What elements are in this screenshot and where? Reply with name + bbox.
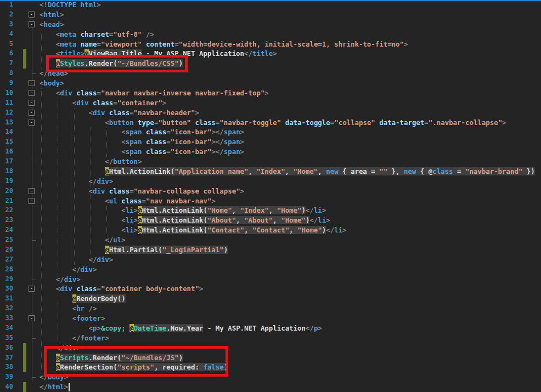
- line-number[interactable]: 20: [0, 186, 13, 196]
- code-line[interactable]: 32 <hr />: [0, 304, 541, 314]
- code-line[interactable]: 40</html>: [0, 382, 541, 392]
- code-token: DOCTYPE html: [48, 1, 97, 9]
- line-number[interactable]: 17: [0, 157, 13, 167]
- fold-toggle-icon[interactable]: -: [29, 12, 35, 18]
- code-line[interactable]: 21- <ul class="nav navbar-nav">: [0, 196, 541, 206]
- line-number[interactable]: 24: [0, 225, 13, 235]
- code-line[interactable]: 29 </div>: [0, 275, 541, 285]
- line-number[interactable]: 5: [0, 39, 13, 49]
- code-line[interactable]: 26 @Html.Partial("_LoginPartial"): [0, 245, 541, 255]
- code-line[interactable]: 25 </ul>: [0, 235, 541, 245]
- code-token: >: [134, 216, 138, 224]
- code-line[interactable]: 19 </div>: [0, 177, 541, 186]
- code-token: &copy;: [101, 324, 126, 332]
- line-number[interactable]: 13: [0, 118, 13, 128]
- code-line[interactable]: 23 <li>@Html.ActionLink("About", "About"…: [0, 215, 541, 225]
- code-token: class: [76, 285, 97, 293]
- line-number[interactable]: 25: [0, 235, 13, 245]
- fold-toggle-icon[interactable]: -: [29, 100, 35, 106]
- line-number[interactable]: 32: [0, 304, 13, 314]
- code-line[interactable]: 34 <p>&copy; @DateTime.Now.Year - My ASP…: [0, 323, 541, 333]
- fold-guide-line: [32, 353, 32, 363]
- fold-toggle-icon[interactable]: -: [29, 120, 35, 126]
- code-line[interactable]: 22 <li>@Html.ActionLink("Home", "Index",…: [0, 206, 541, 215]
- fold-toggle-icon[interactable]: -: [29, 188, 35, 194]
- line-number[interactable]: 18: [0, 167, 13, 177]
- fold-column: [28, 362, 36, 372]
- line-number[interactable]: 3: [0, 20, 13, 30]
- code-line[interactable]: 16 <span class="icon-bar"></span>: [0, 147, 541, 157]
- fold-toggle-icon[interactable]: -: [29, 90, 35, 96]
- line-number[interactable]: 37: [0, 353, 13, 363]
- line-number[interactable]: 40: [0, 382, 13, 392]
- line-number[interactable]: 31: [0, 294, 13, 304]
- line-number[interactable]: 8: [0, 69, 13, 78]
- fold-guide-line: [32, 245, 32, 255]
- line-number[interactable]: 2: [0, 10, 13, 20]
- code-line[interactable]: 1<!DOCTYPE html>: [0, 0, 541, 10]
- line-number[interactable]: 19: [0, 177, 13, 186]
- code-line[interactable]: 12- <div class="navbar-header">: [0, 108, 541, 118]
- fold-toggle-icon[interactable]: -: [29, 80, 35, 86]
- line-number[interactable]: 10: [0, 88, 13, 98]
- code-text: @Html.Partial("_LoginPartial"): [40, 245, 228, 255]
- code-line[interactable]: 15 <span class="icon-bar"></span>: [0, 137, 541, 147]
- code-line[interactable]: 14 <span class="icon-bar"></span>: [0, 127, 541, 137]
- fold-toggle-icon[interactable]: -: [29, 286, 35, 292]
- line-number[interactable]: 1: [0, 0, 13, 10]
- code-line[interactable]: 24 <li>@Html.ActionLink("Contact", "Cont…: [0, 225, 541, 235]
- change-bar: [23, 372, 26, 382]
- code-token: "Contact": [207, 226, 244, 234]
- code-line[interactable]: 35 </footer>: [0, 333, 541, 343]
- code-line[interactable]: 20- <div class="navbar-collapse collapse…: [0, 186, 541, 196]
- fold-toggle-icon[interactable]: -: [29, 110, 35, 116]
- line-number[interactable]: 26: [0, 245, 13, 255]
- code-line[interactable]: 30- <div class="container body-content">: [0, 284, 541, 294]
- line-number[interactable]: 39: [0, 372, 13, 382]
- line-number[interactable]: 11: [0, 98, 13, 108]
- line-number[interactable]: 35: [0, 333, 13, 343]
- line-number[interactable]: 27: [0, 255, 13, 265]
- code-line[interactable]: 18 @Html.ActionLink("Application name", …: [0, 167, 541, 177]
- line-number[interactable]: 16: [0, 147, 13, 157]
- code-token: </: [89, 177, 97, 185]
- code-line[interactable]: 28 </div>: [0, 265, 541, 275]
- code-line[interactable]: 33- <footer>: [0, 314, 541, 323]
- line-number[interactable]: 30: [0, 284, 13, 294]
- fold-toggle-icon[interactable]: -: [29, 198, 35, 204]
- line-number[interactable]: 28: [0, 265, 13, 275]
- line-number[interactable]: 36: [0, 343, 13, 353]
- code-line[interactable]: 5 <meta name="viewport" content="width=d…: [0, 39, 541, 49]
- line-number[interactable]: 15: [0, 137, 13, 147]
- line-number[interactable]: 21: [0, 196, 13, 206]
- code-line[interactable]: 3-<head>: [0, 20, 541, 30]
- fold-toggle-icon[interactable]: -: [29, 315, 35, 321]
- code-line[interactable]: 9-<body>: [0, 78, 541, 88]
- code-token: div: [60, 285, 72, 293]
- code-line[interactable]: 17 </button>: [0, 157, 541, 167]
- line-number[interactable]: 22: [0, 206, 13, 215]
- code-line[interactable]: 2-<html>: [0, 10, 541, 20]
- line-number[interactable]: 7: [0, 59, 13, 69]
- line-number[interactable]: 4: [0, 30, 13, 39]
- code-line[interactable]: 10- <div class="navbar navbar-inverse na…: [0, 88, 541, 98]
- code-line[interactable]: 4 <meta charset="utf-8" />: [0, 30, 541, 39]
- code-line[interactable]: 13- <button type="button" class="navbar-…: [0, 118, 541, 128]
- line-number[interactable]: 6: [0, 49, 13, 59]
- code-line[interactable]: 27 </div>: [0, 255, 541, 265]
- line-number[interactable]: 9: [0, 78, 13, 88]
- code-token: </: [40, 383, 48, 391]
- fold-toggle-icon[interactable]: -: [29, 21, 35, 27]
- line-number[interactable]: 34: [0, 323, 13, 333]
- code-line[interactable]: 11- <div class="container">: [0, 98, 541, 108]
- code-token: </: [72, 265, 81, 274]
- code-token: =: [142, 197, 146, 205]
- line-number[interactable]: 14: [0, 127, 13, 137]
- line-number[interactable]: 23: [0, 215, 13, 225]
- line-number[interactable]: 38: [0, 362, 13, 372]
- line-number[interactable]: 33: [0, 314, 13, 323]
- code-token: =: [166, 147, 170, 156]
- line-number[interactable]: 29: [0, 275, 13, 285]
- line-number[interactable]: 12: [0, 108, 13, 118]
- code-line[interactable]: 31 @RenderBody(): [0, 294, 541, 304]
